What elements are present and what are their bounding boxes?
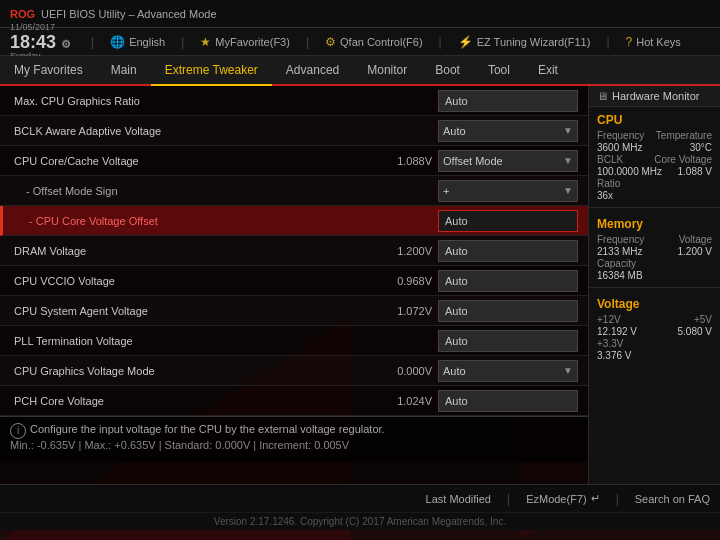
mem-freq-val-row: 2133 MHz 1.200 V: [597, 246, 712, 257]
input-cpu-core-voltage-offset[interactable]: Auto: [438, 210, 578, 232]
nav-tool[interactable]: Tool: [474, 56, 524, 84]
voltage-section-title: Voltage: [597, 297, 712, 311]
input-dram-voltage[interactable]: Auto: [438, 240, 578, 262]
title-bar: ROG UEFI BIOS Utility – Advanced Mode: [0, 0, 720, 28]
value-dram-voltage: 1.200V: [386, 245, 438, 257]
hot-keys-item[interactable]: ? Hot Keys: [626, 35, 681, 49]
qfan-item[interactable]: ⚙ Qfan Control(F6): [325, 35, 423, 49]
hardware-monitor-sidebar: 🖥 Hardware Monitor CPU Frequency Tempera…: [588, 86, 720, 484]
label-dram-voltage: DRAM Voltage: [10, 245, 386, 257]
info-icon: i: [10, 423, 26, 439]
mem-capacity-label: Capacity: [597, 258, 636, 269]
label-cpu-core-voltage-offset: - CPU Core Voltage Offset: [13, 215, 438, 227]
language-label: English: [129, 36, 165, 48]
last-modified: Last Modified: [426, 493, 491, 505]
mem-freq-value: 2133 MHz: [597, 246, 643, 257]
sidebar-divider-2: [589, 287, 720, 288]
volt-12-label: +12V: [597, 314, 621, 325]
row-cpu-core-voltage-offset: - CPU Core Voltage Offset Auto: [0, 206, 588, 236]
ez-tuning-item[interactable]: ⚡ EZ Tuning Wizard(F11): [458, 35, 591, 49]
mem-capacity-label-row: Capacity: [597, 258, 712, 269]
row-offset-mode-sign: - Offset Mode Sign + ▼: [0, 176, 588, 206]
row-pch-core-voltage: PCH Core Voltage 1.024V Auto: [0, 386, 588, 416]
value-cpu-graphics-voltage-mode: 0.000V: [386, 365, 438, 377]
language-item[interactable]: 🌐 English: [110, 35, 165, 49]
input-cpu-vccio-voltage[interactable]: Auto: [438, 270, 578, 292]
label-pll-termination-voltage: PLL Termination Voltage: [10, 335, 438, 347]
settings-table: Max. CPU Graphics Ratio Auto BCLK Aware …: [0, 86, 588, 416]
label-cpu-vccio-voltage: CPU VCCIO Voltage: [10, 275, 386, 287]
nav-exit[interactable]: Exit: [524, 56, 572, 84]
value-cpu-vccio-voltage: 0.968V: [386, 275, 438, 287]
chevron-down-icon: ▼: [563, 185, 573, 196]
nav-boot[interactable]: Boot: [421, 56, 474, 84]
label-max-cpu-graphics-ratio: Max. CPU Graphics Ratio: [10, 95, 438, 107]
volt-12-5-label-row: +12V +5V: [597, 314, 712, 325]
nav-my-favorites[interactable]: My Favorites: [0, 56, 97, 84]
cpu-freq-label: Frequency: [597, 130, 644, 141]
volt-12-5-val-row: 12.192 V 5.080 V: [597, 326, 712, 337]
cpu-temp-label: Temperature: [656, 130, 712, 141]
volt-5-value: 5.080 V: [678, 326, 712, 337]
language-icon: 🌐: [110, 35, 125, 49]
time-display: 18:43 ⚙: [10, 33, 75, 51]
cpu-freq-val-row: 3600 MHz 30°C: [597, 142, 712, 153]
nav-bar: My Favorites Main Extreme Tweaker Advanc…: [0, 56, 720, 86]
nav-advanced[interactable]: Advanced: [272, 56, 353, 84]
dropdown-cpu-core-cache-voltage[interactable]: Offset Mode ▼: [438, 150, 578, 172]
version-text: Version 2.17.1246. Copyright (C) 2017 Am…: [214, 516, 506, 527]
input-pch-core-voltage[interactable]: Auto: [438, 390, 578, 412]
row-cpu-vccio-voltage: CPU VCCIO Voltage 0.968V Auto: [0, 266, 588, 296]
footer: Last Modified | EzMode(F7) ↵ | Search on…: [0, 484, 720, 512]
label-pch-core-voltage: PCH Core Voltage: [10, 395, 386, 407]
info-description: Configure the input voltage for the CPU …: [30, 423, 385, 435]
nav-monitor[interactable]: Monitor: [353, 56, 421, 84]
dropdown-offset-mode-sign[interactable]: + ▼: [438, 180, 578, 202]
mem-capacity-val-row: 16384 MB: [597, 270, 712, 281]
cpu-section: CPU Frequency Temperature 3600 MHz 30°C …: [589, 107, 720, 204]
search-faq[interactable]: Search on FAQ: [635, 493, 710, 505]
input-max-cpu-graphics-ratio[interactable]: Auto: [438, 90, 578, 112]
bios-title: UEFI BIOS Utility – Advanced Mode: [41, 8, 216, 20]
mem-freq-label: Frequency: [597, 234, 644, 245]
dropdown-cpu-graphics-voltage-mode[interactable]: Auto ▼: [438, 360, 578, 382]
cpu-temp-value: 30°C: [690, 142, 712, 153]
row-max-cpu-graphics-ratio: Max. CPU Graphics Ratio Auto: [0, 86, 588, 116]
cpu-freq-value: 3600 MHz: [597, 142, 643, 153]
memory-section: Memory Frequency Voltage 2133 MHz 1.200 …: [589, 211, 720, 284]
fan-icon: ⚙: [325, 35, 336, 49]
volt-12-value: 12.192 V: [597, 326, 637, 337]
input-pll-termination-voltage[interactable]: Auto: [438, 330, 578, 352]
label-cpu-graphics-voltage-mode: CPU Graphics Voltage Mode: [10, 365, 386, 377]
volt-5-label: +5V: [694, 314, 712, 325]
label-cpu-core-cache-voltage: CPU Core/Cache Voltage: [10, 155, 386, 167]
my-favorite-item[interactable]: ★ MyFavorite(F3): [200, 35, 290, 49]
sidebar-divider-1: [589, 207, 720, 208]
info-params: Min.: -0.635V | Max.: +0.635V | Standard…: [10, 439, 578, 451]
mem-capacity-value: 16384 MB: [597, 270, 643, 281]
cpu-bclk-label: BCLK: [597, 154, 623, 165]
cpu-ratio-label: Ratio: [597, 178, 620, 189]
volt-33-label-row: +3.3V: [597, 338, 712, 349]
memory-section-title: Memory: [597, 217, 712, 231]
row-cpu-core-cache-voltage: CPU Core/Cache Voltage 1.088V Offset Mod…: [0, 146, 588, 176]
info-bar: 11/05/2017 18:43 ⚙ Sunday | 🌐 English | …: [0, 28, 720, 56]
row-cpu-system-agent-voltage: CPU System Agent Voltage 1.072V Auto: [0, 296, 588, 326]
chevron-down-icon: ▼: [563, 125, 573, 136]
mem-voltage-value: 1.200 V: [678, 246, 712, 257]
cpu-bclk-row: BCLK Core Voltage: [597, 154, 712, 165]
nav-extreme-tweaker[interactable]: Extreme Tweaker: [151, 56, 272, 86]
value-cpu-core-cache-voltage: 1.088V: [386, 155, 438, 167]
row-dram-voltage: DRAM Voltage 1.200V Auto: [0, 236, 588, 266]
chevron-down-icon: ▼: [563, 155, 573, 166]
ez-mode-button[interactable]: EzMode(F7) ↵: [526, 492, 600, 505]
version-bar: Version 2.17.1246. Copyright (C) 2017 Am…: [0, 512, 720, 530]
row-cpu-graphics-voltage-mode: CPU Graphics Voltage Mode 0.000V Auto ▼: [0, 356, 588, 386]
nav-main[interactable]: Main: [97, 56, 151, 84]
cpu-ratio-value: 36x: [597, 190, 613, 201]
monitor-icon: 🖥: [597, 90, 608, 102]
dropdown-bclk-aware[interactable]: Auto ▼: [438, 120, 578, 142]
hotkey-icon: ?: [626, 35, 633, 49]
mem-freq-row: Frequency Voltage: [597, 234, 712, 245]
input-cpu-system-agent-voltage[interactable]: Auto: [438, 300, 578, 322]
